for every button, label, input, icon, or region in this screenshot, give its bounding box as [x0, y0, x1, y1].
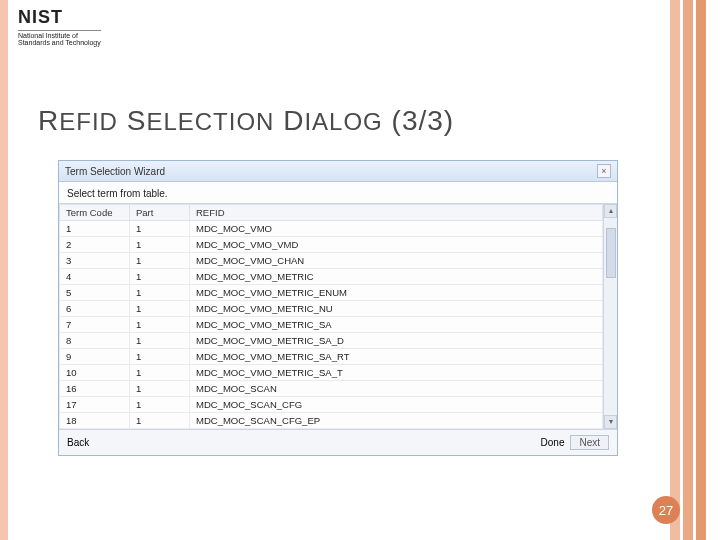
- cell-refid: MDC_MOC_SCAN_CFG_EP: [190, 413, 603, 429]
- scroll-up-icon[interactable]: ▴: [604, 204, 617, 218]
- cell-refid: MDC_MOC_VMO_METRIC_SA_RT: [190, 349, 603, 365]
- close-button[interactable]: ×: [597, 164, 611, 178]
- cell-termcode: 7: [60, 317, 130, 333]
- page-number-badge: 27: [652, 496, 680, 524]
- cell-refid: MDC_MOC_SCAN: [190, 381, 603, 397]
- table-row[interactable]: 21MDC_MOC_VMO_VMD: [60, 237, 603, 253]
- cell-part: 1: [130, 221, 190, 237]
- nist-logo: NIST National Institute of Standards and…: [18, 8, 101, 47]
- cell-refid: MDC_MOC_SCAN_CFG: [190, 397, 603, 413]
- cell-termcode: 4: [60, 269, 130, 285]
- cell-refid: MDC_MOC_VMO_VMD: [190, 237, 603, 253]
- table-row[interactable]: 71MDC_MOC_VMO_METRIC_SA: [60, 317, 603, 333]
- cell-termcode: 6: [60, 301, 130, 317]
- logo-main: NIST: [18, 8, 101, 28]
- term-selection-dialog: Term Selection Wizard × Select term from…: [58, 160, 618, 456]
- cell-refid: MDC_MOC_VMO: [190, 221, 603, 237]
- cell-part: 1: [130, 253, 190, 269]
- cell-part: 1: [130, 365, 190, 381]
- done-label: Done: [541, 437, 565, 448]
- cell-part: 1: [130, 269, 190, 285]
- table-row[interactable]: 41MDC_MOC_VMO_METRIC: [60, 269, 603, 285]
- next-button[interactable]: Next: [570, 435, 609, 450]
- right-accent-bars: [667, 0, 706, 540]
- header-part[interactable]: Part: [130, 205, 190, 221]
- cell-part: 1: [130, 301, 190, 317]
- cell-termcode: 18: [60, 413, 130, 429]
- back-link[interactable]: Back: [67, 437, 89, 448]
- cell-termcode: 9: [60, 349, 130, 365]
- cell-part: 1: [130, 349, 190, 365]
- cell-part: 1: [130, 397, 190, 413]
- table-row[interactable]: 81MDC_MOC_VMO_METRIC_SA_D: [60, 333, 603, 349]
- header-termcode[interactable]: Term Code: [60, 205, 130, 221]
- table-row[interactable]: 91MDC_MOC_VMO_METRIC_SA_RT: [60, 349, 603, 365]
- logo-sub1: National Institute of: [18, 30, 101, 40]
- slide-title: REFID SELECTION DIALOG (3/3): [38, 105, 454, 137]
- dialog-titlebar: Term Selection Wizard ×: [59, 161, 617, 182]
- dialog-instruction: Select term from table.: [59, 182, 617, 203]
- header-refid[interactable]: REFID: [190, 205, 603, 221]
- table-row[interactable]: 161MDC_MOC_SCAN: [60, 381, 603, 397]
- left-accent-bar: [0, 0, 8, 540]
- table-row[interactable]: 61MDC_MOC_VMO_METRIC_NU: [60, 301, 603, 317]
- cell-termcode: 5: [60, 285, 130, 301]
- cell-termcode: 17: [60, 397, 130, 413]
- vertical-scrollbar[interactable]: ▴ ▾: [603, 204, 617, 429]
- dialog-title: Term Selection Wizard: [65, 166, 165, 177]
- cell-termcode: 3: [60, 253, 130, 269]
- table-row[interactable]: 11MDC_MOC_VMO: [60, 221, 603, 237]
- cell-termcode: 1: [60, 221, 130, 237]
- cell-refid: MDC_MOC_VMO_METRIC_SA_D: [190, 333, 603, 349]
- scroll-down-icon[interactable]: ▾: [604, 415, 617, 429]
- scroll-thumb[interactable]: [606, 228, 616, 278]
- table-row[interactable]: 181MDC_MOC_SCAN_CFG_EP: [60, 413, 603, 429]
- cell-termcode: 16: [60, 381, 130, 397]
- cell-part: 1: [130, 285, 190, 301]
- cell-part: 1: [130, 237, 190, 253]
- logo-sub2: Standards and Technology: [18, 39, 101, 47]
- cell-part: 1: [130, 333, 190, 349]
- dialog-footer: Back Done Next: [59, 430, 617, 455]
- cell-termcode: 8: [60, 333, 130, 349]
- cell-part: 1: [130, 413, 190, 429]
- table-row[interactable]: 31MDC_MOC_VMO_CHAN: [60, 253, 603, 269]
- cell-refid: MDC_MOC_VMO_METRIC: [190, 269, 603, 285]
- cell-termcode: 2: [60, 237, 130, 253]
- table-wrap: Term Code Part REFID 11MDC_MOC_VMO21MDC_…: [59, 203, 617, 430]
- cell-part: 1: [130, 381, 190, 397]
- cell-refid: MDC_MOC_VMO_METRIC_NU: [190, 301, 603, 317]
- cell-refid: MDC_MOC_VMO_METRIC_ENUM: [190, 285, 603, 301]
- cell-termcode: 10: [60, 365, 130, 381]
- cell-refid: MDC_MOC_VMO_METRIC_SA: [190, 317, 603, 333]
- table-row[interactable]: 51MDC_MOC_VMO_METRIC_ENUM: [60, 285, 603, 301]
- table-row[interactable]: 101MDC_MOC_VMO_METRIC_SA_T: [60, 365, 603, 381]
- term-table[interactable]: Term Code Part REFID 11MDC_MOC_VMO21MDC_…: [59, 204, 603, 429]
- cell-refid: MDC_MOC_VMO_METRIC_SA_T: [190, 365, 603, 381]
- cell-part: 1: [130, 317, 190, 333]
- cell-refid: MDC_MOC_VMO_CHAN: [190, 253, 603, 269]
- table-row[interactable]: 171MDC_MOC_SCAN_CFG: [60, 397, 603, 413]
